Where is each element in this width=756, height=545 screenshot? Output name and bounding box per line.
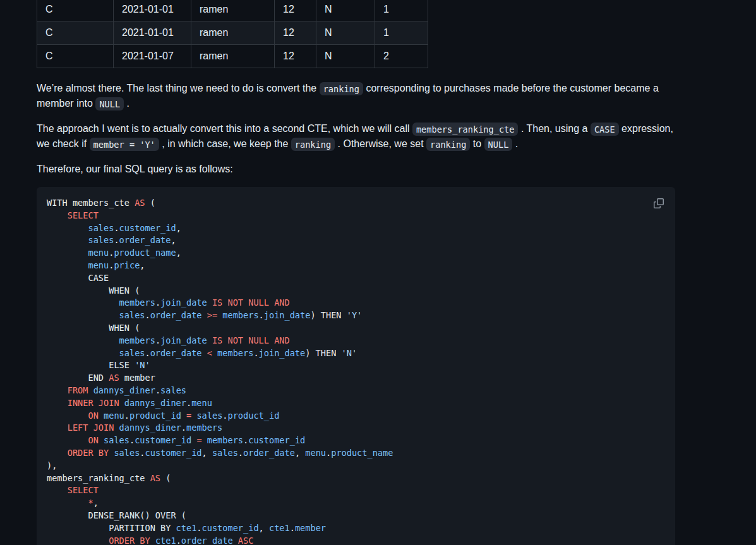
code-token: sales	[114, 448, 140, 458]
code-token: customer_id	[119, 223, 176, 233]
code-token: ELSE	[47, 360, 135, 370]
code-token	[202, 348, 207, 358]
code-token: cte1	[269, 523, 290, 533]
code-token	[47, 422, 68, 433]
code-token: product_id	[228, 410, 280, 421]
code-token: order_date	[150, 348, 202, 358]
code-token: CASE	[47, 273, 109, 283]
copy-icon	[654, 198, 664, 208]
table-cell: N	[316, 0, 375, 21]
inline-code: member = 'Y'	[90, 138, 159, 151]
code-token: WITH members_cte	[47, 198, 135, 208]
code-line: PARTITION BY cte1.customer_id, cte1.memb…	[47, 522, 665, 535]
code-token: .	[145, 310, 150, 320]
code-token	[47, 348, 119, 358]
code-token: menu	[191, 398, 212, 408]
copy-code-button[interactable]	[651, 196, 666, 211]
table-cell: 2	[375, 45, 428, 68]
code-token	[88, 385, 93, 395]
results-table: C2021-01-01ramen12N1C2021-01-01ramen12N1…	[37, 0, 428, 68]
paragraph-text: . Otherwise, we set	[335, 138, 426, 149]
code-token: join_date	[264, 310, 311, 320]
code-token: ASC	[238, 536, 254, 545]
code-token: PARTITION BY	[47, 523, 176, 533]
code-token: SELECT	[68, 210, 99, 220]
code-token: members	[119, 297, 155, 308]
paragraph-text: We’re almost there. The last thing we ne…	[37, 83, 320, 93]
table-cell: 1	[375, 21, 428, 45]
table-cell: ramen	[191, 0, 275, 21]
code-token: ON	[88, 435, 98, 445]
paragraph: We’re almost there. The last thing we ne…	[37, 81, 675, 111]
table-cell: 12	[275, 0, 316, 21]
code-token: 'N'	[342, 348, 357, 358]
code-token: menu	[88, 260, 109, 270]
code-token: members	[222, 310, 258, 320]
code-token: *	[88, 498, 93, 508]
code-line: END AS member	[47, 372, 665, 385]
code-line: sales.order_date,	[47, 234, 665, 247]
code-line: ),	[47, 460, 665, 472]
code-token: WHEN (	[47, 285, 140, 296]
code-token	[202, 310, 207, 320]
code-token: cte1	[176, 523, 197, 533]
code-token: menu	[305, 448, 326, 458]
code-line: SELECT	[47, 484, 665, 497]
code-line: ORDER BY cte1.order_date ASC	[47, 535, 665, 545]
code-token: ,	[140, 260, 145, 270]
code-token: SELECT	[68, 485, 99, 495]
code-token: sales	[196, 410, 222, 421]
code-line: ELSE 'N'	[47, 359, 665, 372]
code-token: ) THEN	[310, 310, 346, 320]
code-token: product_name	[114, 248, 176, 258]
code-token: 'Y'	[347, 310, 363, 320]
code-token: customer_id	[202, 523, 259, 533]
paragraph: The approach I went is to actually conve…	[37, 121, 675, 152]
table-cell: 1	[375, 0, 428, 21]
code-token: member	[295, 523, 326, 533]
code-token	[119, 398, 124, 408]
code-token	[99, 435, 104, 445]
code-token: menu	[88, 248, 109, 258]
code-token	[47, 210, 68, 220]
code-token	[47, 335, 119, 345]
code-token: .	[114, 223, 119, 233]
code-line: CASE	[47, 272, 665, 285]
code-token: sales	[88, 223, 114, 233]
code-token	[47, 310, 119, 320]
table-cell: 2021-01-01	[114, 0, 191, 21]
code-line: WITH members_cte AS (	[47, 197, 665, 210]
code-token: LEFT JOIN	[68, 422, 114, 433]
code-token: .	[196, 523, 201, 533]
code-token: .	[259, 310, 264, 320]
table-cell: 2021-01-07	[114, 45, 191, 68]
code-token	[207, 335, 212, 345]
code-token: ,	[295, 448, 305, 458]
code-token	[47, 536, 109, 545]
code-line: WHEN (	[47, 285, 665, 297]
code-token: sales	[119, 310, 145, 320]
table-row: C2021-01-01ramen12N1	[37, 21, 428, 45]
code-token: join_date	[259, 348, 306, 358]
code-line: WHEN (	[47, 322, 665, 335]
code-token: order_date	[243, 448, 295, 458]
inline-code: members_ranking_cte	[412, 123, 519, 136]
code-token: 'N'	[135, 360, 150, 370]
results-table-body: C2021-01-01ramen12N1C2021-01-01ramen12N1…	[37, 0, 428, 68]
code-token: ,	[176, 223, 181, 233]
code-token: .	[124, 410, 129, 421]
paragraph-text: , in which case, we keep the	[159, 138, 291, 149]
code-token: sales	[119, 348, 145, 358]
code-token	[47, 498, 88, 508]
code-token: END	[47, 373, 109, 383]
code-token: dannys_diner	[93, 385, 155, 395]
code-line: sales.order_date >= members.join_date) T…	[47, 309, 665, 322]
table-cell: C	[37, 0, 114, 21]
code-token: =	[196, 435, 201, 445]
code-token	[47, 435, 88, 445]
code-line: menu.product_name,	[47, 247, 665, 260]
table-cell: N	[316, 45, 375, 68]
code-token	[202, 435, 207, 445]
code-token: ,	[171, 235, 176, 245]
code-token: sales	[160, 385, 186, 395]
